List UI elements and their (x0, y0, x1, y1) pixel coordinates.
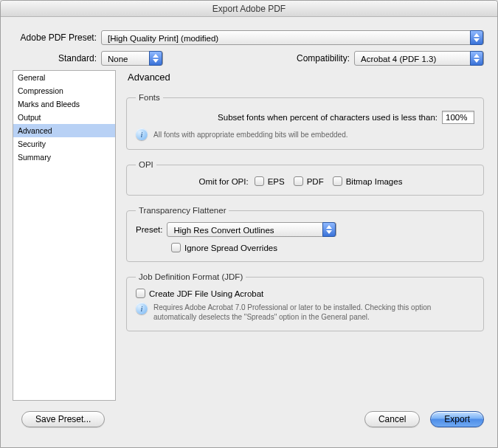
checkbox-icon (294, 176, 303, 186)
preset-select-value: [High Quality Print] (modified) (108, 34, 218, 43)
svg-marker-4 (474, 54, 480, 58)
save-preset-button[interactable]: Save Preset... (21, 411, 105, 427)
preset-label: Adobe PDF Preset: (14, 32, 101, 43)
sidebar-item-general[interactable]: General (13, 71, 115, 84)
omit-bitmap-label: Bitmap Images (346, 177, 403, 186)
updown-arrows-icon (149, 51, 162, 66)
preset-select[interactable]: [High Quality Print] (modified) (101, 30, 484, 45)
info-icon: i (136, 128, 148, 140)
jdf-legend: Job Definition Format (JDF) (136, 272, 246, 281)
sidebar-item-advanced[interactable]: Advanced (13, 124, 115, 137)
cancel-button[interactable]: Cancel (364, 411, 420, 427)
flattener-group: Transparency Flattener Preset: High Res … (126, 206, 484, 262)
sidebar-item-compression[interactable]: Compression (13, 84, 115, 97)
checkbox-icon (255, 176, 264, 186)
info-icon: i (136, 303, 148, 314)
flattener-preset-select[interactable]: High Res Convert Outlines (167, 222, 336, 237)
standard-select[interactable]: None (101, 51, 163, 66)
updown-arrows-icon (322, 222, 336, 237)
ignore-overrides-checkbox[interactable]: Ignore Spread Overrides (171, 243, 277, 252)
standard-label: Standard: (14, 53, 101, 63)
fonts-group: Fonts Subset fonts when percent of chara… (126, 93, 484, 150)
flattener-preset-label: Preset: (136, 225, 162, 234)
jdf-note: Requires Adobe Acrobat 7.0 Professional … (153, 303, 474, 322)
panel-title: Advanced (128, 72, 484, 83)
flattener-legend: Transparency Flattener (136, 206, 229, 215)
subset-label: Subset fonts when percent of characters … (218, 113, 438, 122)
svg-marker-2 (153, 54, 159, 58)
omit-bitmap-checkbox[interactable]: Bitmap Images (333, 176, 403, 186)
standard-select-value: None (108, 55, 128, 63)
checkbox-icon (171, 243, 181, 252)
sidebar-item-output[interactable]: Output (13, 111, 115, 124)
omit-eps-checkbox[interactable]: EPS (255, 176, 285, 186)
jdf-group: Job Definition Format (JDF) Create JDF F… (126, 272, 484, 331)
standard-compat-row: Standard: None Compatibility: Acrobat 4 … (1, 51, 497, 70)
create-jdf-label: Create JDF File Using Acrobat (149, 289, 263, 298)
checkbox-icon (333, 176, 342, 186)
export-pdf-window: Export Adobe PDF Adobe PDF Preset: [High… (0, 0, 498, 448)
omit-pdf-label: PDF (307, 177, 324, 186)
omit-eps-label: EPS (268, 177, 285, 186)
opi-legend: OPI (136, 160, 156, 169)
svg-marker-3 (153, 59, 159, 63)
opi-group: OPI Omit for OPI: EPS PDF Bitmap Images (126, 160, 484, 196)
advanced-panel: Advanced Fonts Subset fonts when percent… (116, 70, 488, 404)
updown-arrows-icon (470, 30, 483, 45)
sidebar: General Compression Marks and Bleeds Out… (13, 70, 116, 401)
content: General Compression Marks and Bleeds Out… (1, 70, 497, 404)
flattener-preset-value: High Res Convert Outlines (173, 226, 274, 235)
preset-row: Adobe PDF Preset: [High Quality Print] (… (1, 23, 497, 45)
sidebar-item-security[interactable]: Security (13, 137, 115, 151)
checkbox-icon (136, 289, 145, 298)
window-title: Export Adobe PDF (1, 1, 497, 17)
omit-pdf-checkbox[interactable]: PDF (294, 176, 324, 186)
svg-marker-1 (474, 38, 480, 42)
fonts-note: All fonts with appropriate embedding bit… (153, 130, 348, 139)
sidebar-item-marks[interactable]: Marks and Bleeds (13, 97, 115, 111)
svg-marker-0 (474, 33, 480, 37)
svg-marker-5 (474, 59, 480, 63)
footer: Save Preset... Cancel Export (1, 404, 497, 427)
export-button[interactable]: Export (430, 411, 484, 427)
updown-arrows-icon (470, 51, 483, 66)
subset-percent-input[interactable] (442, 111, 474, 124)
omit-label: Omit for OPI: (199, 177, 249, 186)
compatibility-label: Compatibility: (297, 53, 350, 63)
sidebar-item-summary[interactable]: Summary (13, 151, 115, 164)
compatibility-select[interactable]: Acrobat 4 (PDF 1.3) (354, 51, 484, 66)
svg-marker-7 (326, 230, 332, 234)
ignore-overrides-label: Ignore Spread Overrides (184, 244, 277, 252)
svg-marker-6 (326, 225, 332, 229)
fonts-legend: Fonts (136, 93, 163, 102)
create-jdf-checkbox[interactable]: Create JDF File Using Acrobat (136, 289, 263, 298)
compatibility-select-value: Acrobat 4 (PDF 1.3) (361, 55, 436, 63)
